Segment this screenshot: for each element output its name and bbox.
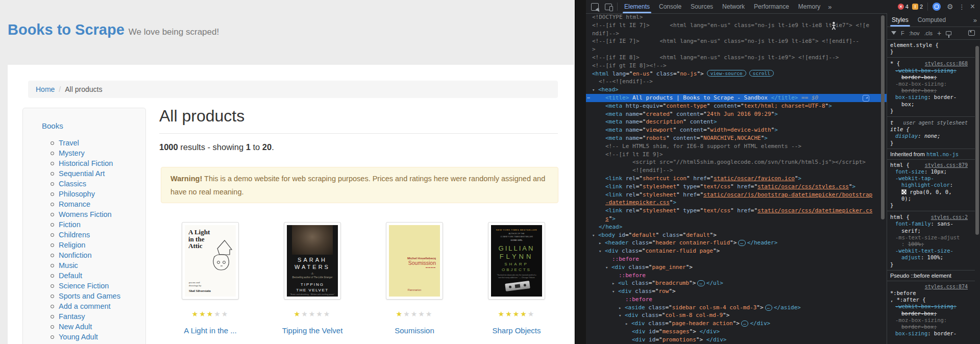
elements-tree-row[interactable]: ▾<div class="page_inner"> (586, 263, 887, 272)
elements-tree-row[interactable]: <title> All products | Books to Scrape -… (586, 94, 887, 102)
elements-tree-row[interactable]: <html lang="en-us" class="no-js">view-so… (586, 70, 887, 78)
styles-declaration-row[interactable]: -ms-text-size-adjust (887, 234, 975, 241)
styles-declaration-row[interactable]: border-box; (887, 74, 975, 81)
tab-elements[interactable]: Elements (620, 1, 654, 13)
styles-scrollbar[interactable] (975, 46, 979, 235)
filter-icon[interactable] (891, 31, 896, 35)
elements-tree-row[interactable]: ndif]--> (586, 30, 887, 38)
elements-tree-row[interactable]: ▸<div class="page-header action">…</div> (586, 320, 887, 328)
elements-tree-row[interactable]: <!--[if IE 7]> <html lang="en-us" class=… (586, 37, 887, 45)
product-cover-link[interactable]: A Lightin theAtticpoems anddrawings bySh… (185, 225, 236, 297)
sidebar-item-default[interactable]: Default (59, 272, 82, 280)
gear-icon[interactable]: ⚙ (947, 3, 953, 11)
elements-scrollbar[interactable] (881, 15, 885, 219)
elements-tree-row[interactable]: ▾<div class="col-sm-8 col-md-9"> (586, 311, 887, 320)
tab-sources[interactable]: Sources (686, 1, 718, 13)
tab-computed[interactable]: Computed (913, 14, 950, 27)
styles-declaration-row[interactable]: } (887, 140, 975, 146)
elements-tree-row[interactable]: ▸<aside class="sidebar col-sm-4 col-md-3… (586, 304, 887, 312)
stylesheet-source-link[interactable]: styles.css:2 (931, 214, 968, 220)
elements-tree-row[interactable]: <!-- Le HTML5 shim, for IE6-8 support of… (586, 142, 887, 151)
styles-declaration-row[interactable]: -moz-box-sizing: (887, 317, 975, 324)
product-cover-link[interactable]: SARAHWATERS· ⁂ ·Bestselling author of Th… (287, 225, 338, 297)
elements-tree-row[interactable]: ▾<div class="container-fluid page"> (586, 247, 887, 255)
elements-tree-row[interactable]: <![endif]--> (586, 166, 887, 175)
styles-declaration-row[interactable]: -webkit-tap- (887, 175, 975, 182)
elements-tree-row[interactable]: <meta name="viewport" content="width=dev… (586, 126, 887, 134)
sidebar-item-childrens[interactable]: Childrens (59, 231, 90, 239)
elements-tree-row[interactable]: <script src="//html5shim.googlecode.com/… (586, 158, 887, 166)
styles-declaration-row[interactable]: rgba(0, 0, 0, (887, 189, 975, 195)
device-toolbar-icon[interactable] (605, 4, 612, 10)
stylesheet-source-link[interactable]: styles.css:868 (925, 60, 968, 67)
sidebar-item-travel[interactable]: Travel (59, 139, 79, 147)
elements-tree-row[interactable]: <!--[if IE 8]> <html lang="en-us" class=… (586, 54, 887, 62)
color-swatch[interactable] (901, 189, 906, 194)
product-cover-link[interactable]: Michel HouellebecqSoumission▬▬▬▬Flammari… (389, 225, 440, 297)
elements-tree-row[interactable]: <link rel="shortcut icon" href="static/o… (586, 175, 887, 183)
more-tabs-icon[interactable]: » (825, 3, 835, 11)
elements-tree-row[interactable]: ▸<header class="header container-fluid">… (586, 239, 887, 247)
breadcrumb-home-link[interactable]: Home (36, 85, 55, 93)
sidebar-item-romance[interactable]: Romance (59, 200, 90, 208)
elements-tree-row[interactable]: <!--[if lt IE 7]> <html lang="en-us" cla… (586, 21, 887, 30)
styles-declaration-row[interactable]: tuser agent stylesheet (887, 119, 975, 126)
copy-element-icon[interactable] (863, 95, 869, 102)
rendering-emulation-icon[interactable] (946, 31, 951, 35)
elements-tree-row[interactable]: ▸<ul class="breadcrumb">…</ul> (586, 279, 887, 287)
site-brand-link[interactable]: Books to Scrape (8, 21, 125, 38)
stylesheet-source-link[interactable]: styles.css:874 (925, 283, 968, 290)
sidebar-item-sports-and-games[interactable]: Sports and Games (59, 292, 120, 300)
styles-declaration-row[interactable]: } (887, 202, 975, 209)
extension-icon[interactable] (933, 3, 941, 11)
elements-tree-row[interactable]: ▾<div class="row"> (586, 287, 887, 296)
styles-declaration-row[interactable]: display: none; (887, 133, 975, 139)
elements-tree-row[interactable]: ::before (586, 272, 887, 280)
styles-declaration-row[interactable]: box-sizing: border- (887, 94, 975, 101)
styles-declaration-row[interactable]: , *:after { (887, 297, 975, 303)
styles-declaration-row[interactable]: html {styles.css:879 (887, 162, 975, 168)
sidebar-item-mystery[interactable]: Mystery (59, 149, 85, 157)
tab-memory[interactable]: Memory (794, 1, 825, 13)
styles-declaration-row[interactable]: -webkit-text-size- (887, 248, 975, 254)
elements-tree-row[interactable]: > (586, 45, 887, 54)
elements-tree-row[interactable]: <meta http-equiv="content-type" content=… (586, 102, 887, 110)
elements-tree-row[interactable]: ::before (586, 255, 887, 263)
styles-declaration-row[interactable]: serif; (887, 228, 975, 234)
styles-declaration-row[interactable]: border-box; (887, 87, 975, 94)
styles-declaration-row[interactable]: : 100%; (887, 241, 975, 248)
product-title-link[interactable]: Soumission (395, 326, 434, 335)
new-style-rule-button[interactable]: + (937, 29, 941, 37)
tab-network[interactable]: Network (718, 1, 749, 13)
sidebar-item-music[interactable]: Music (59, 261, 78, 269)
error-count-badge[interactable]: × 4 (898, 4, 909, 10)
sidebar-item-womens-fiction[interactable]: Womens Fiction (59, 210, 112, 218)
filter-input[interactable]: F (901, 30, 904, 36)
product-title-link[interactable]: Tipping the Velvet (282, 326, 343, 335)
sidebar-item-philosophy[interactable]: Philosophy (59, 190, 95, 198)
styles-declaration-row[interactable]: font-size: 10px; (887, 168, 975, 175)
elements-tree-row[interactable]: <meta name="description" content> (586, 118, 887, 126)
styles-declaration-row[interactable]: itle { (887, 126, 975, 133)
elements-tree-row[interactable]: <!DOCTYPE html> (586, 13, 887, 21)
sidebar-item-fantasy[interactable]: Fantasy (59, 312, 85, 321)
styles-declaration-row[interactable]: box; (887, 101, 975, 108)
elements-tree-row[interactable]: ▾<head> (586, 86, 887, 94)
inspect-element-icon[interactable] (591, 3, 599, 11)
styles-declaration-row[interactable]: 0); (887, 195, 975, 202)
elements-tree-row[interactable]: <!--<![endif]--> (586, 78, 887, 86)
sidebar-item-science-fiction[interactable]: Science Fiction (59, 282, 109, 290)
styles-declaration-row[interactable]: border-box; (887, 310, 975, 317)
sidebar-item-sequential-art[interactable]: Sequential Art (59, 169, 105, 178)
sidebar-item-classics[interactable]: Classics (59, 180, 86, 188)
sidebar-item-young-adult[interactable]: Young Adult (59, 333, 98, 341)
product-title-link[interactable]: A Light in the ... (184, 326, 236, 335)
elements-tree-row[interactable]: s"> (586, 215, 887, 223)
elements-tree-row[interactable]: <div id="promotions"> </div> (586, 336, 887, 344)
styles-declaration-row[interactable]: } (887, 48, 975, 55)
tab-styles[interactable]: Styles (887, 14, 913, 27)
styles-declaration-row[interactable]: -webkit-box-sizing: (887, 67, 975, 74)
styles-declaration-row[interactable]: } (887, 108, 975, 114)
elements-tree-row[interactable]: -datetimepicker.css"> (586, 199, 887, 207)
styles-declaration-row[interactable]: box-sizing: border- (887, 330, 975, 337)
